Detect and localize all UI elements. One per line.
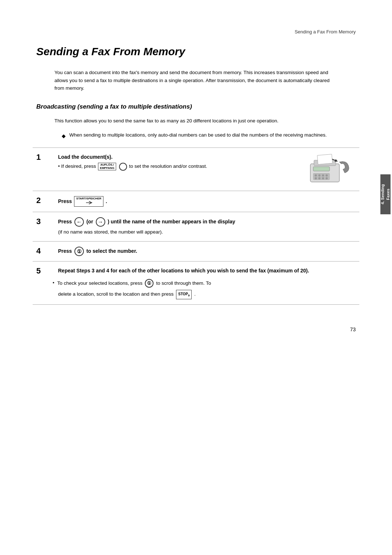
step-2-end-text: . [106, 198, 107, 204]
intro-paragraph: You can scan a document into the fax's m… [54, 69, 338, 92]
step-2-main-text: Press START/SPEICHER . [58, 196, 359, 207]
step-5-main-label: Repeat Steps 3 and 4 for each of the oth… [58, 268, 309, 274]
side-tab-line2: Faxes [386, 189, 390, 200]
bullet-symbol: ◆ [62, 132, 66, 140]
svg-point-9 [315, 177, 317, 179]
bullet-item-1: ◆ When sending to multiple locations, on… [62, 131, 338, 140]
step-4-number: 4 [36, 247, 56, 255]
fax-machine-svg [307, 153, 354, 186]
circle-button-step1 [119, 163, 127, 171]
step-3-number: 3 [36, 217, 56, 226]
svg-rect-2 [317, 154, 332, 164]
step-5-bullets: • To check your selected locations, pres… [53, 279, 211, 299]
step-3-or-text: (or [86, 219, 95, 224]
start-speicher-button: START/SPEICHER [74, 196, 103, 207]
step-4-after-text: to select the number. [86, 248, 137, 254]
header-text: Sending a Fax From Memory [295, 29, 356, 35]
start-speicher-label: START/SPEICHER [76, 197, 101, 200]
step-3-sub-text: (if no name was stored, the number will … [58, 229, 163, 235]
step-2-number: 2 [36, 196, 56, 205]
svg-point-11 [322, 177, 324, 179]
svg-point-8 [326, 174, 328, 177]
step-3-until-text: ) until the name of the number appears i… [107, 219, 235, 224]
step-5-bullet1: • To check your selected locations, pres… [53, 279, 211, 288]
svg-rect-3 [313, 167, 330, 171]
step-2-content: Press START/SPEICHER . [58, 196, 359, 207]
step-1-image [305, 153, 356, 186]
step-1-content: Load the document(s). • If desired, pres… [58, 153, 301, 171]
step-3-row: 3 Press ← (or → ) until the name of the … [33, 212, 359, 242]
page-container: Sending a Fax From Memory Sending a Fax … [0, 0, 392, 555]
aufloes-button: AUFLÖS./ EMPFANG [98, 163, 116, 171]
side-tab-label: 4. [380, 201, 385, 204]
step-5-bullet2: delete a location, scroll to the locatio… [58, 290, 211, 299]
step-4-content: Press ① to select the number. [58, 247, 359, 256]
select-button: ① [74, 247, 84, 256]
step-5-row: 5 Repeat Steps 3 and 4 for each of the o… [33, 262, 359, 305]
start-speicher-icon [85, 200, 93, 205]
step-3-press-label: Press [58, 219, 72, 224]
step-1-sub: • If desired, press AUFLÖS./ EMPFANG to … [58, 162, 301, 170]
svg-point-6 [318, 174, 320, 177]
header-section-title: Sending a Fax From Memory [33, 29, 359, 35]
stop-number: 9 [188, 294, 189, 297]
step-4-press-label: Press [58, 248, 72, 254]
right-arrow-button: → [96, 217, 105, 227]
step-4-row: 4 Press ① to select the number. [33, 242, 359, 262]
side-tab: 4. Sending Faxes [380, 174, 391, 214]
step-5-bullet2-text2: . [194, 292, 196, 297]
svg-point-12 [326, 177, 328, 179]
step-2-press-label: Press [58, 198, 72, 204]
bullet-text: When sending to multiple locations, only… [69, 131, 327, 139]
scroll-button: ① [145, 279, 154, 288]
step-5-bullet-symbol: • [53, 279, 54, 287]
step-5-header-row: 5 Repeat Steps 3 and 4 for each of the o… [33, 267, 309, 275]
step-1-main-text: Load the document(s). [58, 153, 301, 161]
step-3-sub: (if no name was stored, the number will … [58, 228, 359, 236]
step-5-content: Repeat Steps 3 and 4 for each of the oth… [58, 267, 309, 275]
step-1-row: 1 Load the document(s). • If desired, pr… [33, 148, 359, 191]
step-1-label: Load the document(s). [58, 154, 113, 160]
steps-container: 1 Load the document(s). • If desired, pr… [33, 147, 359, 305]
svg-point-7 [322, 174, 324, 177]
step-1-sub-text: If desired, press [61, 163, 96, 169]
page-title: Sending a Fax From Memory [36, 45, 359, 58]
side-tab-container: 4. Sending Faxes [380, 174, 392, 218]
side-tab-text: 4. Sending Faxes [380, 184, 391, 204]
page-number: 73 [33, 327, 356, 332]
left-arrow-button: ← [74, 217, 84, 227]
empfang-label: EMPFANG [100, 167, 114, 170]
step-5-main-text: Repeat Steps 3 and 4 for each of the oth… [58, 267, 309, 275]
step-3-content: Press ← (or → ) until the name of the nu… [58, 217, 359, 236]
svg-point-10 [318, 177, 320, 179]
subsection-intro: This function allows you to send the sam… [54, 117, 338, 125]
step-5-number: 5 [36, 267, 56, 275]
step-1-sub-text2: to set the resolution and/or contrast. [129, 163, 207, 169]
side-tab-line1: Sending [380, 184, 385, 200]
step-5-bullet2-text: delete a location, scroll to the locatio… [58, 292, 173, 297]
step-3-main-text: Press ← (or → ) until the name of the nu… [58, 217, 359, 227]
subsection-title: Broadcasting (sending a fax to multiple … [36, 103, 359, 110]
step-5-bullet1-text: To check your selected locations, press [57, 280, 143, 286]
step-1-number: 1 [36, 153, 56, 162]
step-5-bullet1-content: To check your selected locations, press … [57, 279, 211, 288]
step-5-bullet2-content: delete a location, scroll to the locatio… [58, 290, 196, 299]
svg-point-5 [315, 174, 317, 177]
step-2-row: 2 Press START/SPEICHER . [33, 191, 359, 212]
step-5-bullet1-text2: to scroll through them. To [156, 280, 211, 286]
step-4-main-text: Press ① to select the number. [58, 247, 359, 256]
stop-button: STOP9 [176, 290, 192, 299]
